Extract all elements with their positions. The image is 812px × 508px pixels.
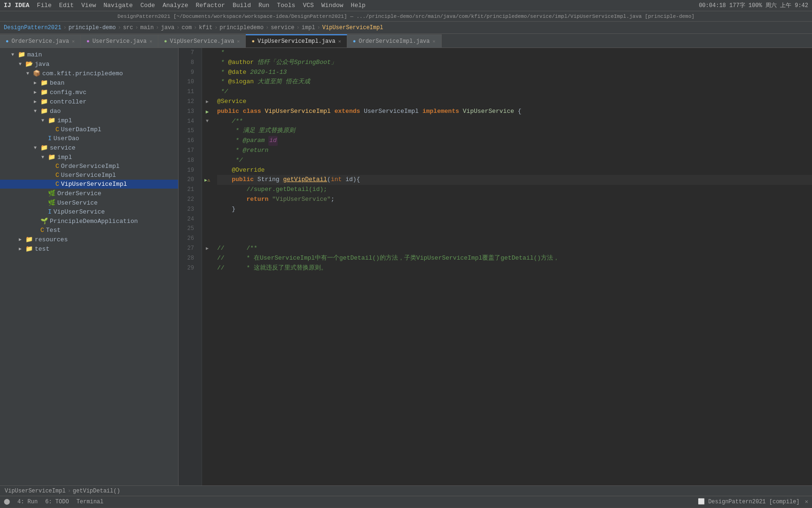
ln15: 15 [179, 126, 198, 136]
tree-principle-demo-app[interactable]: ▶ 🌱 PrincipleDemoApplication [0, 216, 178, 226]
menu-analyze[interactable]: Analyze [163, 2, 188, 9]
tree-java[interactable]: ▼ 📂 java [0, 59, 178, 69]
breadcrumb-bar: DesignPattern2021 › principle-demo › src… [0, 22, 812, 34]
compile-tab[interactable]: ⬜ DesignPattern2021 [compile] ✕ [698, 498, 808, 505]
compile-icon: ⬜ [698, 499, 705, 505]
menu-edit[interactable]: Edit [59, 2, 74, 9]
terminal-label[interactable]: Terminal [77, 499, 104, 505]
menu-file[interactable]: File [37, 2, 52, 9]
tree-user-service-impl[interactable]: ▶ C UserServiceImpl [0, 171, 178, 180]
tab-vip-user-service[interactable]: ● VipUserService.java ✕ [158, 34, 246, 48]
fold-arrow-12[interactable]: ▶ [206, 99, 209, 104]
tree-user-dao[interactable]: ▶ I UserDao [0, 134, 178, 143]
tree-resources[interactable]: ▶ 📁 resources [0, 235, 178, 244]
menu-build[interactable]: Build [233, 2, 251, 9]
breadcrumb-principledemo[interactable]: principledemo [219, 24, 264, 31]
tab-icon-user: ● [86, 39, 90, 44]
tree-bean[interactable]: ▶ 📁 bean [0, 78, 178, 87]
menu-code[interactable]: Code [141, 2, 155, 9]
compile-close[interactable]: ✕ [805, 499, 808, 505]
gutter-23 [202, 205, 212, 214]
tab-close-order[interactable]: ✕ [72, 39, 75, 44]
tree-order-service-impl[interactable]: ▶ C OrderServiceImpl [0, 162, 178, 171]
breadcrumb-service[interactable]: service [271, 24, 294, 31]
line20-sp1 [254, 175, 258, 185]
menu-window[interactable]: Window [321, 2, 344, 9]
tab-user-service[interactable]: ● UserService.java ✕ [81, 34, 158, 48]
run-icon-13[interactable]: ▶ [206, 109, 209, 115]
line17-star: * [217, 146, 243, 156]
ln7: 7 [179, 48, 198, 58]
tree-user-service[interactable]: ▶ 🌿 UserService [0, 198, 178, 207]
tab-close-order-impl[interactable]: ✕ [433, 39, 436, 44]
breadcrumb-com[interactable]: com [182, 24, 192, 31]
spring-user-service-icon: 🌿 [48, 199, 55, 206]
tree-test-class[interactable]: ▶ C Test [0, 226, 178, 235]
breadcrumb-src[interactable]: src [123, 24, 133, 31]
tree-dao[interactable]: ▼ 📁 dao [0, 106, 178, 116]
breadcrumb-impl[interactable]: impl [302, 24, 315, 31]
menu-bar-right: 00:04:18 177字 100% 周六 上午 9:42 [699, 1, 808, 9]
breadcrumb-java[interactable]: java [161, 24, 174, 31]
tree-impl-service[interactable]: ▼ 📁 impl [0, 152, 178, 162]
fold-arrow-14[interactable]: ▼ [206, 119, 209, 124]
gutter-26 [202, 234, 212, 244]
menu-help[interactable]: Help [351, 2, 366, 9]
ln12: 12 [179, 97, 198, 107]
ln25: 25 [179, 224, 198, 234]
folder-dao-icon: 📁 [40, 107, 48, 115]
line22-return: return [246, 195, 268, 205]
tree-order-service-impl-label: OrderServiceImpl [61, 163, 120, 170]
tree-resources-label: resources [35, 236, 68, 243]
tab-icon-order: ● [6, 39, 9, 44]
status-class[interactable]: VipUserServiceImpl [5, 488, 66, 494]
tree-controller[interactable]: ▶ 📁 controller [0, 97, 178, 106]
menu-tools[interactable]: Tools [277, 2, 295, 9]
tree-user-dao-impl[interactable]: ▶ C UserDaoImpl [0, 125, 178, 134]
code-line-19: @Override [217, 166, 812, 175]
arrow-resources: ▶ [19, 237, 25, 242]
line20-sp2 [280, 175, 283, 185]
menu-run[interactable]: Run [258, 2, 269, 9]
tab-close-impl[interactable]: ✕ [338, 39, 341, 44]
menu-view[interactable]: View [81, 2, 96, 9]
tree-service[interactable]: ▼ 📁 service [0, 143, 178, 152]
tab-order-service[interactable]: ● OrderService.java ✕ [0, 34, 81, 48]
tree-config[interactable]: ▶ 📁 config.mvc [0, 87, 178, 97]
fold-arrow-27[interactable]: ▶ [206, 246, 209, 251]
folder-main-icon: 📁 [18, 51, 25, 58]
code-line-22: return "VipUserService" ; [217, 195, 812, 205]
tab-close-user[interactable]: ✕ [149, 39, 152, 44]
tab-order-service-impl[interactable]: ● OrderServiceImpl.java ✕ [347, 34, 442, 48]
breadcrumb-class[interactable]: VipUserServiceImpl [322, 24, 383, 31]
line20-int: int [331, 175, 342, 185]
code-editor[interactable]: 7 8 9 10 11 12 13 14 15 16 17 18 19 20 2… [179, 48, 812, 485]
menu-vcs[interactable]: VCS [303, 2, 313, 9]
sep10: › [317, 24, 320, 31]
menu-refactor[interactable]: Refactor [196, 2, 225, 9]
tree-test-dir[interactable]: ▶ 📁 test [0, 244, 178, 254]
tree-package[interactable]: ▼ 📦 com.kfit.principledemo [0, 69, 178, 78]
tree-vip-user-service[interactable]: ▶ I VipUserService [0, 207, 178, 216]
gutter-25 [202, 224, 212, 234]
menu-navigate[interactable]: Navigate [103, 2, 133, 9]
tab-icon-vip: ● [164, 39, 167, 44]
line22-string: "VipUserService" [272, 195, 331, 205]
tab-close-vip[interactable]: ✕ [237, 39, 240, 44]
code-line-26 [217, 234, 812, 244]
tree-impl-dao[interactable]: ▼ 📁 impl [0, 116, 178, 125]
line10-star: * [217, 77, 228, 87]
tree-vip-user-service-impl[interactable]: ▶ C VipUserServiceImpl [0, 180, 178, 189]
tab-vip-user-service-impl[interactable]: ● VipUserServiceImpl.java ✕ [246, 34, 347, 48]
todo-label[interactable]: 6: TODO [45, 499, 69, 505]
breadcrumb-kfit[interactable]: kfit [199, 24, 212, 31]
code-line-13: public class VipUserServiceImpl extends … [217, 107, 812, 117]
breadcrumb-project[interactable]: DesignPattern2021 [4, 24, 61, 31]
tree-main[interactable]: ▼ 📁 main [0, 50, 178, 59]
run-label[interactable]: 4: Run [17, 499, 38, 505]
status-method[interactable]: getVipDetail() [73, 488, 120, 494]
tree-order-service[interactable]: ▶ 🌿 OrderService [0, 189, 178, 198]
breadcrumb-module[interactable]: principle-demo [69, 24, 116, 31]
breadcrumb-main[interactable]: main [140, 24, 154, 31]
sep2: › [117, 24, 121, 31]
